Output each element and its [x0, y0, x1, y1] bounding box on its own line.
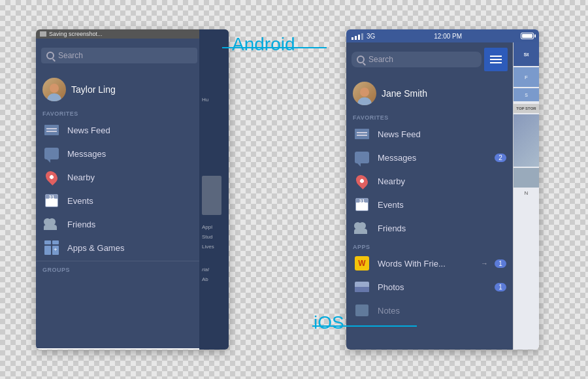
- apps-games-icon: +: [42, 241, 61, 254]
- ios-right-image-2: [514, 168, 539, 188]
- apps-cell-2: [52, 240, 59, 244]
- ios-friends-icon: [353, 222, 371, 235]
- ios-content-row: Search Jane Smith FAVOR: [346, 42, 539, 350]
- ios-favorites-label: FAVORITES: [346, 110, 513, 122]
- ios-messages-badge: 2: [495, 154, 506, 162]
- ios-right-panel-peek: St F S TOP STOR N: [513, 42, 539, 350]
- ios-news-feed-icon: [353, 127, 371, 140]
- ios-friends-body-2: [359, 229, 367, 234]
- android-user-name: Taylor Ling: [71, 84, 116, 95]
- ios-apps-label: APPS: [346, 240, 513, 252]
- ios-photos-icon: [353, 280, 371, 293]
- apps-cell-3: [44, 246, 51, 255]
- ios-menu-photos[interactable]: Photos 1: [346, 275, 513, 299]
- ios-menu-notes[interactable]: Notes: [346, 299, 513, 322]
- ios-hamburger-line-2: [490, 59, 502, 60]
- android-avatar: [42, 78, 66, 101]
- ios-words-arrow: →: [481, 259, 488, 267]
- android-search-text: Search: [58, 51, 83, 60]
- ios-right-top-stor: TOP STOR: [514, 104, 539, 113]
- bg-peek-scroll: [202, 176, 221, 215]
- signal-bar-1: [351, 37, 353, 40]
- ios-words-icon-shape: W: [355, 256, 369, 271]
- ios-battery-nub: [534, 35, 536, 38]
- ios-label-line: [312, 325, 417, 327]
- search-icon: [46, 52, 54, 59]
- ios-battery-fill: [522, 34, 532, 38]
- ios-avatar-body: [357, 97, 372, 105]
- ios-user-row[interactable]: Jane Smith: [346, 76, 513, 110]
- news-feed-icon: [42, 124, 61, 137]
- ios-user-name: Jane Smith: [382, 88, 427, 99]
- ios-hamburger-line-1: [490, 56, 502, 57]
- ios-messages-icon: [353, 151, 371, 164]
- ios-menu-friends[interactable]: Friends: [346, 216, 513, 240]
- ios-battery-icon: [521, 33, 534, 39]
- ios-status-bar: 3G 12:00 PM: [346, 29, 539, 42]
- ios-search-icon: [357, 56, 365, 63]
- android-label-line: [222, 47, 327, 48]
- screenshot-text: Saving screenshot...: [49, 31, 103, 37]
- ios-phone: 3G 12:00 PM Search: [346, 29, 539, 350]
- apps-cell-plus: +: [52, 246, 59, 255]
- avatar-person: [42, 78, 66, 101]
- ios-photos-label: Photos: [378, 282, 488, 292]
- ios-time: 12:00 PM: [434, 33, 462, 40]
- android-events-label: Events: [67, 196, 204, 206]
- ios-words-icon: W: [353, 257, 371, 270]
- ios-friends-icon-shape: [354, 222, 370, 234]
- ios-right-text-s: S: [525, 93, 528, 97]
- ios-nearby-icon: [353, 174, 371, 188]
- ios-right-n-label: N: [514, 190, 539, 196]
- ios-photos-badge: 1: [495, 283, 506, 291]
- news-feed-icon-shape: [44, 125, 59, 135]
- ios-right-header-1: St: [514, 42, 539, 66]
- ios-right-n-text: N: [525, 190, 529, 196]
- ios-search-bar[interactable]: Search: [351, 52, 482, 67]
- ios-events-icon-shape: 31: [355, 198, 368, 211]
- ios-sidebar: Search Jane Smith FAVOR: [346, 42, 513, 350]
- ios-events-icon-header: 31: [356, 199, 368, 203]
- ios-messages-label: Messages: [378, 153, 488, 163]
- friends-icon-shape: [44, 218, 59, 230]
- ios-right-text-f: F: [525, 74, 528, 80]
- signal-bar-2: [355, 36, 357, 40]
- ios-right-image-1: [514, 114, 539, 167]
- ios-network-type: 3G: [367, 33, 375, 40]
- bg-peek-text-lives: Lives: [202, 244, 214, 250]
- ios-menu-words[interactable]: W Words With Frie... → 1: [346, 252, 513, 275]
- signal-bar-4: [361, 33, 363, 40]
- ios-friends-label: Friends: [378, 223, 506, 233]
- ios-hamburger-button[interactable]: [484, 48, 508, 71]
- ios-menu-news-feed[interactable]: News Feed: [346, 122, 513, 146]
- ios-right-section-2: F: [514, 67, 539, 87]
- ios-avatar: [353, 82, 376, 105]
- bg-peek-text-stud: Stud: [202, 234, 212, 240]
- events-icon: 31: [42, 194, 61, 207]
- ios-menu-events[interactable]: 31 Events: [346, 193, 513, 216]
- ios-menu-messages[interactable]: Messages 2: [346, 146, 513, 169]
- ios-events-icon: 31: [353, 198, 371, 211]
- bg-peek-text-1: Hu: [202, 97, 208, 103]
- ios-nearby-label: Nearby: [378, 176, 506, 186]
- nearby-icon-shape: [43, 169, 59, 185]
- nearby-icon: [42, 171, 61, 184]
- screenshot-icon: [40, 31, 46, 37]
- signal-bar-3: [358, 35, 360, 40]
- ios-nearby-icon-shape: [353, 173, 370, 189]
- ios-label: iOS: [314, 312, 344, 333]
- ios-notes-icon: [353, 304, 371, 317]
- ios-events-label: Events: [378, 200, 506, 210]
- friends-body-2: [48, 225, 57, 230]
- bg-peek-text-ab: Ab: [202, 276, 208, 282]
- ios-avatar-person: [353, 82, 376, 105]
- events-icon-shape: 31: [45, 194, 58, 207]
- ios-right-header-text-1: St: [524, 52, 529, 58]
- ios-menu-nearby[interactable]: Nearby: [346, 169, 513, 193]
- android-search-bar[interactable]: Search: [41, 48, 197, 63]
- ios-notes-label: Notes: [378, 306, 506, 316]
- ios-signal-bars: 3G: [351, 33, 375, 40]
- messages-icon: [42, 147, 61, 160]
- ios-news-feed-icon-shape: [355, 129, 369, 139]
- messages-icon-shape: [44, 148, 59, 159]
